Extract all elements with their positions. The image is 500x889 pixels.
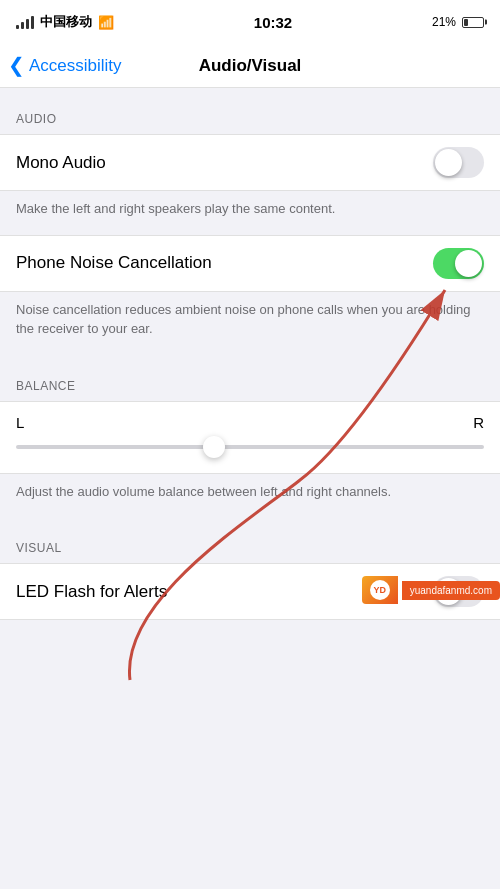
status-bar: 中国移动 📶 10:32 21% [0, 0, 500, 44]
back-chevron-icon: ❮ [8, 55, 25, 75]
page-title: Audio/Visual [199, 56, 302, 76]
mono-audio-description-block: Make the left and right speakers play th… [0, 191, 500, 235]
mono-audio-toggle[interactable] [433, 147, 484, 178]
balance-description: Adjust the audio volume balance between … [16, 484, 391, 499]
led-flash-label: LED Flash for Alerts [16, 582, 167, 602]
wifi-icon: 📶 [98, 15, 114, 30]
audio-section: AUDIO Mono Audio Make the left and right… [0, 112, 500, 355]
phone-noise-label: Phone Noise Cancellation [16, 253, 212, 273]
balance-section: BALANCE L R Adjust the audio volume bala… [0, 379, 500, 518]
balance-right-label: R [473, 414, 484, 431]
battery-percent: 21% [432, 15, 456, 29]
phone-noise-row: Phone Noise Cancellation [0, 236, 500, 291]
balance-labels: L R [16, 414, 484, 431]
watermark-text: yuandafanmd.com [410, 585, 492, 596]
mono-audio-toggle-thumb [435, 149, 462, 176]
balance-left-label: L [16, 414, 24, 431]
mono-audio-label: Mono Audio [16, 153, 106, 173]
audio-settings-group: Mono Audio [0, 134, 500, 191]
back-button[interactable]: ❮ Accessibility [8, 56, 122, 76]
balance-slider-container [16, 437, 484, 457]
phone-noise-group: Phone Noise Cancellation [0, 235, 500, 292]
watermark: YD yuandafanmd.com [362, 576, 500, 604]
content-area: AUDIO Mono Audio Make the left and right… [0, 88, 500, 620]
phone-noise-toggle[interactable] [433, 248, 484, 279]
signal-icon [16, 16, 34, 29]
status-left: 中国移动 📶 [16, 13, 114, 31]
nav-bar: ❮ Accessibility Audio/Visual [0, 44, 500, 88]
back-label: Accessibility [29, 56, 122, 76]
mono-audio-row: Mono Audio [0, 135, 500, 190]
phone-noise-description: Noise cancellation reduces ambient noise… [16, 302, 471, 337]
balance-group: L R [0, 401, 500, 474]
status-right: 21% [432, 15, 484, 29]
carrier-label: 中国移动 [40, 13, 92, 31]
visual-section-header: VISUAL [0, 541, 500, 563]
audio-section-header: AUDIO [0, 112, 500, 134]
balance-description-block: Adjust the audio volume balance between … [0, 474, 500, 518]
battery-icon [462, 17, 484, 28]
phone-noise-description-block: Noise cancellation reduces ambient noise… [0, 292, 500, 355]
mono-audio-description: Make the left and right speakers play th… [16, 201, 335, 216]
balance-slider[interactable] [16, 436, 484, 458]
phone-noise-toggle-thumb [455, 250, 482, 277]
status-time: 10:32 [254, 14, 292, 31]
balance-section-header: BALANCE [0, 379, 500, 401]
